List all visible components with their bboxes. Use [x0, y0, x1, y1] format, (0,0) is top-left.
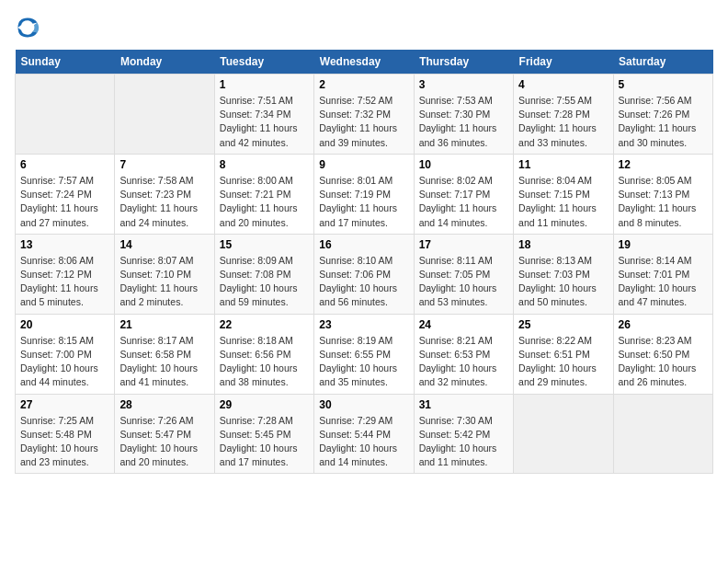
calendar-cell: 9Sunrise: 8:01 AM Sunset: 7:19 PM Daylig…: [314, 154, 414, 234]
day-number: 1: [220, 78, 309, 91]
page-header: [15, 15, 713, 40]
day-number: 6: [20, 158, 109, 171]
day-number: 18: [518, 238, 608, 251]
day-number: 2: [319, 78, 408, 91]
day-info: Sunrise: 8:21 AM Sunset: 6:53 PM Dayligh…: [419, 334, 508, 390]
calendar-cell: 26Sunrise: 8:23 AM Sunset: 6:50 PM Dayli…: [613, 314, 712, 394]
day-info: Sunrise: 8:13 AM Sunset: 7:03 PM Dayligh…: [518, 254, 608, 310]
calendar-cell: 24Sunrise: 8:21 AM Sunset: 6:53 PM Dayli…: [414, 314, 513, 394]
day-number: 5: [619, 78, 708, 91]
calendar-cell: 4Sunrise: 7:55 AM Sunset: 7:28 PM Daylig…: [514, 75, 613, 155]
calendar-cell: 28Sunrise: 7:26 AM Sunset: 5:47 PM Dayli…: [115, 394, 214, 474]
day-info: Sunrise: 7:26 AM Sunset: 5:47 PM Dayligh…: [119, 414, 209, 470]
logo-icon: [15, 15, 40, 40]
calendar-cell: 17Sunrise: 8:11 AM Sunset: 7:05 PM Dayli…: [414, 234, 513, 314]
day-info: Sunrise: 7:52 AM Sunset: 7:32 PM Dayligh…: [319, 94, 408, 150]
day-number: 28: [119, 398, 209, 411]
calendar-cell: 18Sunrise: 8:13 AM Sunset: 7:03 PM Dayli…: [514, 234, 613, 314]
day-info: Sunrise: 8:17 AM Sunset: 6:58 PM Dayligh…: [119, 334, 209, 390]
calendar-cell: 25Sunrise: 8:22 AM Sunset: 6:51 PM Dayli…: [514, 314, 613, 394]
day-number: 9: [319, 158, 408, 171]
calendar-cell: 10Sunrise: 8:02 AM Sunset: 7:17 PM Dayli…: [414, 154, 513, 234]
calendar-cell: [514, 394, 613, 474]
calendar-cell: [16, 75, 115, 155]
day-info: Sunrise: 7:58 AM Sunset: 7:23 PM Dayligh…: [119, 174, 209, 230]
day-info: Sunrise: 8:09 AM Sunset: 7:08 PM Dayligh…: [220, 254, 309, 310]
calendar-cell: [115, 75, 214, 155]
day-number: 13: [20, 238, 109, 251]
day-info: Sunrise: 8:00 AM Sunset: 7:21 PM Dayligh…: [220, 174, 309, 230]
header-saturday: Saturday: [613, 50, 712, 75]
day-info: Sunrise: 7:57 AM Sunset: 7:24 PM Dayligh…: [20, 174, 109, 230]
day-number: 8: [220, 158, 309, 171]
day-info: Sunrise: 8:18 AM Sunset: 6:56 PM Dayligh…: [220, 334, 309, 390]
day-number: 20: [20, 318, 109, 331]
calendar-cell: [613, 394, 712, 474]
day-info: Sunrise: 8:22 AM Sunset: 6:51 PM Dayligh…: [518, 334, 608, 390]
day-number: 16: [319, 238, 408, 251]
day-number: 11: [518, 158, 608, 171]
day-number: 4: [518, 78, 608, 91]
day-info: Sunrise: 7:29 AM Sunset: 5:44 PM Dayligh…: [319, 414, 408, 470]
calendar-cell: 1Sunrise: 7:51 AM Sunset: 7:34 PM Daylig…: [214, 75, 313, 155]
logo: [15, 15, 44, 40]
calendar-cell: 5Sunrise: 7:56 AM Sunset: 7:26 PM Daylig…: [613, 75, 712, 155]
header-tuesday: Tuesday: [214, 50, 313, 75]
calendar-table: SundayMondayTuesdayWednesdayThursdayFrid…: [15, 50, 713, 474]
day-info: Sunrise: 8:10 AM Sunset: 7:06 PM Dayligh…: [319, 254, 408, 310]
day-number: 27: [20, 398, 109, 411]
day-info: Sunrise: 7:53 AM Sunset: 7:30 PM Dayligh…: [419, 94, 508, 150]
calendar-cell: 22Sunrise: 8:18 AM Sunset: 6:56 PM Dayli…: [214, 314, 313, 394]
calendar-header-row: SundayMondayTuesdayWednesdayThursdayFrid…: [16, 50, 713, 75]
day-info: Sunrise: 7:55 AM Sunset: 7:28 PM Dayligh…: [518, 94, 608, 150]
day-number: 21: [119, 318, 209, 331]
day-number: 24: [419, 318, 508, 331]
day-info: Sunrise: 7:56 AM Sunset: 7:26 PM Dayligh…: [619, 94, 708, 150]
day-number: 14: [119, 238, 209, 251]
calendar-cell: 23Sunrise: 8:19 AM Sunset: 6:55 PM Dayli…: [314, 314, 414, 394]
day-number: 15: [220, 238, 309, 251]
calendar-cell: 19Sunrise: 8:14 AM Sunset: 7:01 PM Dayli…: [613, 234, 712, 314]
calendar-cell: 16Sunrise: 8:10 AM Sunset: 7:06 PM Dayli…: [314, 234, 414, 314]
calendar-cell: 30Sunrise: 7:29 AM Sunset: 5:44 PM Dayli…: [314, 394, 414, 474]
calendar-cell: 13Sunrise: 8:06 AM Sunset: 7:12 PM Dayli…: [16, 234, 115, 314]
calendar-cell: 8Sunrise: 8:00 AM Sunset: 7:21 PM Daylig…: [214, 154, 313, 234]
calendar-cell: 7Sunrise: 7:58 AM Sunset: 7:23 PM Daylig…: [115, 154, 214, 234]
header-wednesday: Wednesday: [314, 50, 414, 75]
day-info: Sunrise: 8:06 AM Sunset: 7:12 PM Dayligh…: [20, 254, 109, 310]
day-info: Sunrise: 8:02 AM Sunset: 7:17 PM Dayligh…: [419, 174, 508, 230]
day-info: Sunrise: 7:51 AM Sunset: 7:34 PM Dayligh…: [220, 94, 309, 150]
day-info: Sunrise: 7:25 AM Sunset: 5:48 PM Dayligh…: [20, 414, 109, 470]
week-row-4: 20Sunrise: 8:15 AM Sunset: 7:00 PM Dayli…: [16, 314, 713, 394]
calendar-cell: 11Sunrise: 8:04 AM Sunset: 7:15 PM Dayli…: [514, 154, 613, 234]
day-number: 23: [319, 318, 408, 331]
day-info: Sunrise: 8:07 AM Sunset: 7:10 PM Dayligh…: [119, 254, 209, 310]
header-monday: Monday: [115, 50, 214, 75]
header-sunday: Sunday: [16, 50, 115, 75]
week-row-2: 6Sunrise: 7:57 AM Sunset: 7:24 PM Daylig…: [16, 154, 713, 234]
day-number: 10: [419, 158, 508, 171]
day-number: 12: [619, 158, 708, 171]
calendar-cell: 2Sunrise: 7:52 AM Sunset: 7:32 PM Daylig…: [314, 75, 414, 155]
day-number: 3: [419, 78, 508, 91]
day-info: Sunrise: 8:14 AM Sunset: 7:01 PM Dayligh…: [619, 254, 708, 310]
calendar-cell: 27Sunrise: 7:25 AM Sunset: 5:48 PM Dayli…: [16, 394, 115, 474]
day-info: Sunrise: 8:05 AM Sunset: 7:13 PM Dayligh…: [619, 174, 708, 230]
day-number: 19: [619, 238, 708, 251]
week-row-1: 1Sunrise: 7:51 AM Sunset: 7:34 PM Daylig…: [16, 75, 713, 155]
calendar-cell: 3Sunrise: 7:53 AM Sunset: 7:30 PM Daylig…: [414, 75, 513, 155]
day-info: Sunrise: 8:15 AM Sunset: 7:00 PM Dayligh…: [20, 334, 109, 390]
calendar-cell: 15Sunrise: 8:09 AM Sunset: 7:08 PM Dayli…: [214, 234, 313, 314]
day-number: 31: [419, 398, 508, 411]
header-friday: Friday: [514, 50, 613, 75]
header-thursday: Thursday: [414, 50, 513, 75]
calendar-cell: 14Sunrise: 8:07 AM Sunset: 7:10 PM Dayli…: [115, 234, 214, 314]
calendar-cell: 21Sunrise: 8:17 AM Sunset: 6:58 PM Dayli…: [115, 314, 214, 394]
day-number: 29: [220, 398, 309, 411]
calendar-cell: 31Sunrise: 7:30 AM Sunset: 5:42 PM Dayli…: [414, 394, 513, 474]
day-number: 26: [619, 318, 708, 331]
week-row-3: 13Sunrise: 8:06 AM Sunset: 7:12 PM Dayli…: [16, 234, 713, 314]
calendar-cell: 6Sunrise: 7:57 AM Sunset: 7:24 PM Daylig…: [16, 154, 115, 234]
calendar-cell: 20Sunrise: 8:15 AM Sunset: 7:00 PM Dayli…: [16, 314, 115, 394]
day-info: Sunrise: 8:01 AM Sunset: 7:19 PM Dayligh…: [319, 174, 408, 230]
